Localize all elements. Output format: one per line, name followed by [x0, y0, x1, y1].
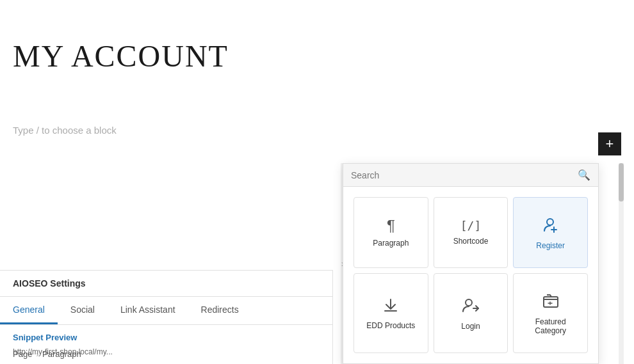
block-item-featured-category[interactable]: Featured Category [513, 273, 588, 353]
block-picker: 🔍 ¶ Paragraph [/] Shortcode [343, 163, 599, 364]
paragraph-icon: ¶ [387, 218, 395, 233]
tab-social[interactable]: Social [58, 297, 108, 324]
shortcode-icon: [/] [460, 220, 482, 232]
search-icon: 🔍 [578, 169, 590, 181]
type-hint: Type / to choose a block [13, 125, 117, 136]
svg-point-0 [547, 219, 553, 225]
tab-link-assistant[interactable]: Link Assistant [108, 297, 188, 324]
add-block-button[interactable]: + [598, 132, 621, 155]
tab-redirects[interactable]: Redirects [188, 297, 252, 324]
page-title: MY ACCOUNT [13, 38, 229, 74]
svg-rect-5 [544, 297, 558, 307]
scrollbar-thumb[interactable] [619, 163, 624, 202]
shortcode-label: Shortcode [453, 237, 489, 246]
login-label: Login [461, 322, 480, 331]
block-item-login[interactable]: Login [434, 273, 508, 353]
block-picker-search-bar: 🔍 [343, 164, 598, 187]
breadcrumb-page: Page [13, 349, 32, 359]
register-icon [542, 216, 560, 236]
featured-category-icon [542, 292, 560, 312]
block-item-shortcode[interactable]: [/] Shortcode [434, 197, 508, 268]
block-item-register[interactable]: Register [513, 197, 588, 268]
snippet-title: Snippet Preview [13, 333, 320, 342]
aioseo-tabs: General Social Link Assistant Redirects [0, 297, 332, 325]
tab-general[interactable]: General [0, 297, 58, 324]
featured-category-label: Featured Category [519, 317, 582, 335]
breadcrumb: Page › Paragraph [13, 349, 81, 359]
edd-products-icon [382, 297, 399, 316]
breadcrumb-paragraph: Paragraph [42, 349, 81, 359]
block-item-edd-products[interactable]: EDD Products [354, 273, 428, 353]
breadcrumb-chevron-icon: › [36, 351, 38, 358]
login-icon [462, 296, 480, 317]
aioseo-header: AIOSEO Settings [0, 271, 332, 297]
block-search-input[interactable] [351, 170, 573, 180]
scrollbar-track[interactable] [619, 163, 624, 364]
register-label: Register [536, 241, 565, 250]
block-picker-grid: ¶ Paragraph [/] Shortcode Regist [343, 187, 598, 363]
editor-area: MY ACCOUNT Type / to choose a block + AI… [0, 0, 634, 364]
svg-point-4 [466, 299, 472, 306]
block-item-paragraph[interactable]: ¶ Paragraph [354, 197, 428, 268]
edd-products-label: EDD Products [366, 321, 415, 330]
paragraph-label: Paragraph [373, 239, 409, 248]
